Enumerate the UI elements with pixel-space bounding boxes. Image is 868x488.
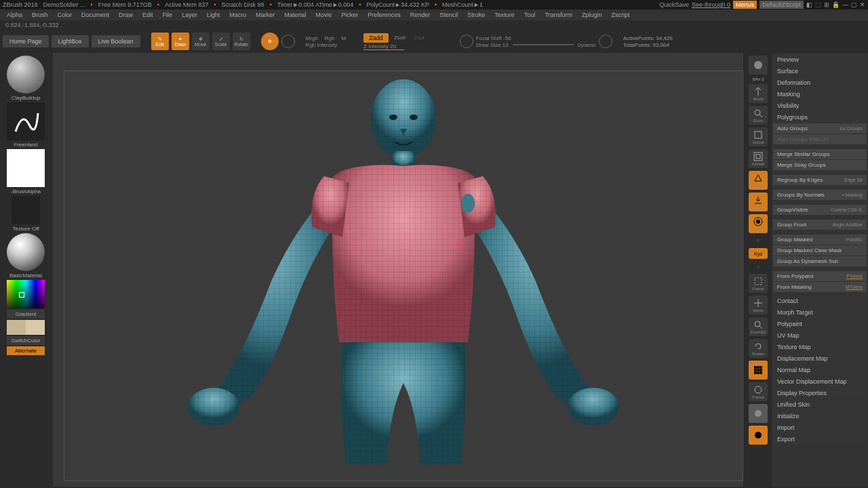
auto-groups-button[interactable]: Auto GroupsUv Groups [773,123,867,134]
panel-masking[interactable]: Masking [773,89,867,100]
material-thumbnail[interactable] [7,233,45,271]
menu-macro[interactable]: Macro [225,11,250,19]
panel-preview[interactable]: Preview [773,54,867,65]
menu-brush[interactable]: Brush [28,11,52,19]
window-icon[interactable]: ⬚ [815,1,821,8]
polyframe-icon[interactable] [749,361,768,380]
menu-render[interactable]: Render [406,11,435,19]
scroll-icon[interactable]: Scroll [749,84,768,103]
menu-texture[interactable]: Texture [490,11,519,19]
menu-color[interactable]: Color [54,11,77,19]
panel-visibility[interactable]: Visibility [773,100,867,111]
floor-icon[interactable]: Floor [749,192,768,211]
from-masking-button[interactable]: From MaskingMTolera [773,282,867,292]
merge-similar-button[interactable]: Merge Similar Groups [773,149,867,159]
auto-groups-uv-button[interactable]: Auto Groups With UV [773,134,867,144]
color-picker[interactable] [7,280,45,308]
zsub-button[interactable]: Zsub [391,34,409,41]
lightbox-button[interactable]: LightBox [52,35,89,47]
from-polypaint-button[interactable]: From PolypaintPTolera [773,271,867,281]
menu-stroke[interactable]: Stroke [463,11,489,19]
menu-zscript[interactable]: Zscript [608,11,634,19]
panel-polypaint[interactable]: Polypaint [773,319,867,329]
menu-preferences[interactable]: Preferences [363,11,405,19]
panel-export[interactable]: Export [773,434,867,445]
menu-edit[interactable]: Edit [138,11,157,19]
menu-document[interactable]: Document [77,11,113,19]
menu-alpha[interactable]: Alpha [3,11,26,19]
mrgb-toggle[interactable]: Mrgb [306,35,318,41]
seethrough-slider[interactable]: See-through 0 [692,1,730,8]
group-dynamesh-button[interactable]: Group As Dynamesh Sub [773,256,867,266]
menu-movie[interactable]: Movie [311,11,336,19]
merge-stray-button[interactable]: Merge Stray Groups [773,160,867,170]
panel-surface[interactable]: Surface [773,66,867,77]
menu-material[interactable]: Material [280,11,310,19]
panel-display-properties[interactable]: Display Properties [773,388,867,399]
focal-circle-icon[interactable] [460,35,473,48]
panel-import[interactable]: Import [773,422,867,433]
minimize-icon[interactable]: — [842,1,848,8]
menu-picker[interactable]: Picker [337,11,362,19]
panel-unified-skin[interactable]: Unified Skin [773,399,867,410]
gizmo-button[interactable]: ⊕ [261,33,279,50]
move-view-icon[interactable]: Move [749,296,768,314]
panel-vector-disp-map[interactable]: Vector Displacement Map [773,376,867,387]
size-circle-icon[interactable] [599,35,612,48]
groups-normals-button[interactable]: Groups By Normals• MaxAng [773,190,867,200]
alternate-button[interactable]: Alternate [7,346,45,355]
stroke-thumbnail[interactable] [7,102,45,140]
panel-normal-map[interactable]: Normal Map [773,365,867,375]
bpr-icon[interactable] [749,56,768,75]
menu-file[interactable]: File [159,11,177,19]
move-mode-button[interactable]: ✥Move [192,33,210,50]
panel-polygroups[interactable]: Polygroups [773,112,867,123]
transp-icon[interactable]: Transp [749,382,768,401]
dynamic-toggle[interactable]: Dynamic [578,43,596,47]
quicksave-button[interactable]: QuickSave [659,1,689,8]
actual-icon[interactable]: Actual [749,127,768,146]
zoom-icon[interactable]: Zoom [749,106,768,125]
focal-shift-slider[interactable]: Focal Shift -56 [476,35,596,41]
zcut-button[interactable]: Zcut [412,34,428,41]
rgb-toggle[interactable]: Rgb [325,35,335,41]
rotate-mode-button[interactable]: ↻Rotate [233,33,250,50]
regroup-edges-button[interactable]: Regroup By EdgesEdge Se [773,175,867,185]
menus-button[interactable]: Menus [733,1,757,9]
group-visible-button[interactable]: GroupVisibleCovera Clstr 0. [773,205,867,215]
m-toggle[interactable]: M [342,35,347,41]
menu-tool[interactable]: Tool [520,11,540,19]
panel-contact[interactable]: Contact [773,296,867,306]
live-boolean-button[interactable]: Live Boolean [92,35,140,47]
panel-morph-target[interactable]: Morph Target [773,307,867,318]
z-intensity-slider[interactable]: Z Intensity 20 [363,43,404,50]
menu-transform[interactable]: Transform [540,11,576,19]
brush-thumbnail[interactable] [7,56,45,94]
menu-draw[interactable]: Draw [115,11,137,19]
draw-mode-button[interactable]: ✦Draw [172,33,189,50]
solo-icon[interactable] [749,426,768,445]
panel-initialize[interactable]: Initialize [773,411,867,422]
lock-axis-icon[interactable]: ⊹ [749,236,768,245]
maximize-icon[interactable]: ▢ [851,1,857,8]
ghost-icon[interactable] [749,404,768,423]
menu-layer[interactable]: Layer [178,11,201,19]
group-front-button[interactable]: Group FrontAngle Additive [773,220,867,230]
close-icon[interactable]: ✕ [860,1,865,8]
viewport[interactable] [53,53,743,487]
spix-label[interactable]: SPix 3 [752,77,764,81]
switchcolor-button[interactable]: SwitchColor [7,336,45,345]
rotate-view-icon[interactable]: Rotate [749,339,768,358]
color-swatches[interactable] [7,320,45,335]
sculptris-icon[interactable] [281,35,295,48]
window-icon[interactable]: ◧ [806,1,812,8]
panel-displacement-map[interactable]: Displacement Map [773,353,867,364]
texture-thumbnail[interactable] [12,196,40,224]
menu-zplugin[interactable]: Zplugin [578,11,606,19]
menu-stencil[interactable]: Stencil [435,11,462,19]
alpha-thumbnail[interactable] [7,149,45,187]
xyz-icon[interactable]: Xyz [749,248,768,259]
scale-mode-button[interactable]: ⤢Scale [212,33,230,50]
panel-deformation[interactable]: Deformation [773,77,867,88]
group-masked-button[interactable]: Group MaskedPolishG [773,235,867,245]
